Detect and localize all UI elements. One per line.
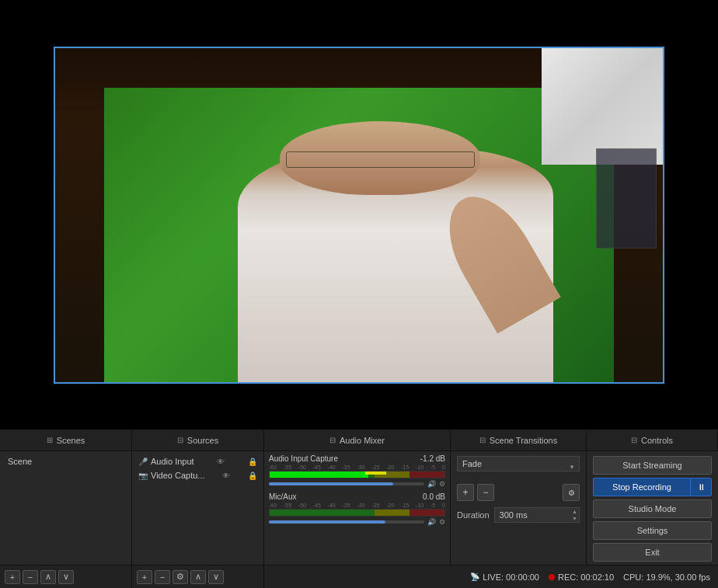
audio-track-1-controls: 🔊 ⚙	[269, 480, 445, 488]
live-icon: 📡	[470, 572, 479, 581]
stop-recording-button[interactable]: Stop Recording	[593, 478, 690, 496]
source-item-video-label: Video Captu...	[151, 471, 205, 480]
audio-track-2: Mic/Aux 0.0 dB -60-55-50-45-40-35-30-25-…	[269, 492, 445, 526]
sources-panel-icon: ⊟	[177, 436, 183, 444]
scene-transitions-panel-label: Scene Transitions	[490, 436, 557, 445]
transition-gear-button[interactable]: ⚙	[563, 484, 580, 501]
audio-track-2-db-labels: -60-55-50-45-40-35-30-25-20-15-10-50	[269, 503, 445, 508]
audio-track-2-header: Mic/Aux 0.0 dB	[269, 492, 445, 501]
controls-panel: Start Streaming Stop Recording ⏸ Studio …	[587, 451, 718, 565]
audio-track-1-mute[interactable]: 🔊	[427, 480, 436, 488]
audio-track-2-name: Mic/Aux	[269, 492, 297, 501]
audio-track-1-header: Audio Input Capture -1.2 dB	[269, 454, 445, 463]
audio-mixer-panel-header[interactable]: ⊟ Audio Mixer	[264, 430, 451, 451]
duration-row: Duration ▲ ▼	[457, 507, 580, 523]
sources-move-up-button[interactable]: ∧	[190, 570, 206, 584]
scenes-move-up-button[interactable]: ∧	[40, 570, 56, 584]
rec-dot-icon	[549, 574, 555, 580]
sources-panel-header[interactable]: ⊟ Sources	[132, 430, 264, 451]
duration-up-button[interactable]: ▲	[571, 508, 578, 515]
remove-transition-button[interactable]: −	[477, 484, 494, 501]
duration-down-button[interactable]: ▼	[571, 515, 578, 522]
start-streaming-button[interactable]: Start Streaming	[593, 456, 712, 475]
sources-panel-label: Sources	[187, 436, 218, 445]
controls-panel-header[interactable]: ⊟ Controls	[587, 430, 718, 451]
transition-select-wrapper: Fade Cut Swipe Slide ▼	[457, 456, 580, 478]
sources-gear-button[interactable]: ⚙	[173, 570, 188, 584]
transition-type-select[interactable]: Fade Cut Swipe Slide	[457, 456, 580, 471]
audio-track-2-mute[interactable]: 🔊	[427, 518, 436, 526]
scenes-remove-button[interactable]: −	[23, 570, 38, 584]
audio-mixer-panel: Audio Input Capture -1.2 dB -60-55-50-45…	[264, 451, 451, 565]
add-transition-button[interactable]: +	[457, 484, 474, 501]
source-eye-icon-2[interactable]: 👁	[222, 471, 230, 480]
audio-track-1: Audio Input Capture -1.2 dB -60-55-50-45…	[269, 454, 445, 488]
status-items: 📡 LIVE: 00:00:00 REC: 00:02:10 CPU: 19.9…	[470, 572, 710, 582]
audio-track-1-db: -1.2 dB	[420, 454, 445, 463]
audio-track-2-db: 0.0 dB	[423, 492, 445, 501]
scene-transitions-panel: Fade Cut Swipe Slide ▼ + − ⚙ Duration ▲	[451, 451, 587, 565]
scenes-panel-icon: ⊞	[47, 436, 53, 444]
audio-mixer-panel-icon: ⊟	[329, 436, 336, 444]
audio-track-2-settings[interactable]: ⚙	[439, 518, 445, 526]
studio-mode-button[interactable]: Studio Mode	[593, 499, 712, 518]
audio-mixer-panel-label: Audio Mixer	[340, 436, 385, 445]
audio-track-2-meter	[269, 509, 445, 517]
transition-buttons: + − ⚙	[457, 484, 580, 501]
sources-remove-button[interactable]: −	[155, 570, 170, 584]
sources-add-button[interactable]: +	[137, 570, 152, 584]
status-rec: REC: 00:02:10	[549, 572, 614, 582]
scenes-add-button[interactable]: +	[5, 570, 20, 584]
settings-button[interactable]: Settings	[593, 521, 712, 540]
scenes-panel: Scene	[0, 451, 132, 565]
controls-panel-icon: ⊟	[631, 436, 637, 444]
source-lock-icon-2[interactable]: 🔒	[248, 471, 257, 480]
scene-item[interactable]: Scene	[0, 454, 131, 468]
rec-label: REC: 00:02:10	[558, 572, 614, 582]
scene-transitions-panel-icon: ⊟	[479, 436, 486, 444]
duration-input[interactable]	[494, 507, 580, 523]
status-bar: 📡 LIVE: 00:00:00 REC: 00:02:10 CPU: 19.9…	[264, 565, 718, 588]
duration-arrows: ▲ ▼	[571, 507, 578, 523]
live-label: LIVE: 00:00:00	[483, 572, 539, 582]
source-item-audio-label: Audio Input	[151, 457, 194, 466]
bottom-panel: ⊞ Scenes ⊟ Sources ⊟ Audio Mixer ⊟ Scene…	[0, 430, 718, 588]
duration-input-wrapper: ▲ ▼	[494, 507, 580, 523]
audio-source-icon: 🎤	[138, 458, 148, 466]
scene-item-label: Scene	[8, 457, 32, 466]
sources-toolbar: + − ⚙ ∧ ∨	[132, 565, 264, 588]
audio-track-1-db-labels: -60-55-50-45-40-35-30-25-20-15-10-50	[269, 464, 445, 470]
audio-track-1-name: Audio Input Capture	[269, 454, 338, 463]
audio-track-1-meter	[269, 471, 445, 478]
source-item-video[interactable]: 📷 Video Captu... 👁 🔒	[132, 468, 263, 482]
stop-recording-group: Stop Recording ⏸	[593, 478, 712, 496]
controls-panel-label: Controls	[641, 436, 673, 445]
preview-bg	[55, 48, 663, 382]
panel-headers: ⊞ Scenes ⊟ Sources ⊟ Audio Mixer ⊟ Scene…	[0, 430, 718, 451]
scene-transitions-panel-header[interactable]: ⊟ Scene Transitions	[451, 430, 587, 451]
audio-track-2-slider[interactable]	[269, 520, 424, 524]
scenes-move-down-button[interactable]: ∨	[58, 570, 74, 584]
sources-move-down-button[interactable]: ∨	[208, 570, 224, 584]
cpu-label: CPU: 19.9%, 30.00 fps	[623, 572, 710, 582]
audio-track-2-controls: 🔊 ⚙	[269, 518, 445, 526]
scenes-toolbar: + − ∧ ∨	[0, 565, 132, 588]
duration-label: Duration	[457, 510, 490, 520]
scenes-panel-header[interactable]: ⊞ Scenes	[0, 430, 132, 451]
scenes-panel-label: Scenes	[57, 436, 85, 445]
source-item-audio[interactable]: 🎤 Audio Input 👁 🔒	[132, 454, 263, 468]
sources-panel: 🎤 Audio Input 👁 🔒 📷 Video Captu... 👁 🔒	[132, 451, 264, 565]
preview-canvas	[54, 47, 664, 384]
status-live: 📡 LIVE: 00:00:00	[470, 572, 539, 582]
preview-area	[0, 0, 718, 430]
video-source-icon: 📷	[138, 471, 148, 480]
audio-track-1-settings[interactable]: ⚙	[439, 480, 445, 488]
source-lock-icon[interactable]: 🔒	[248, 458, 257, 466]
panel-content: Scene 🎤 Audio Input 👁 🔒 📷 Video Captu...…	[0, 451, 718, 565]
audio-track-1-slider[interactable]	[269, 482, 424, 485]
pause-recording-button[interactable]: ⏸	[690, 478, 712, 496]
panel-toolbars: + − ∧ ∨ + − ⚙ ∧ ∨ 📡 LIVE: 00:00:00 REC: …	[0, 565, 718, 588]
source-eye-icon[interactable]: 👁	[217, 458, 225, 466]
exit-button[interactable]: Exit	[593, 543, 712, 562]
